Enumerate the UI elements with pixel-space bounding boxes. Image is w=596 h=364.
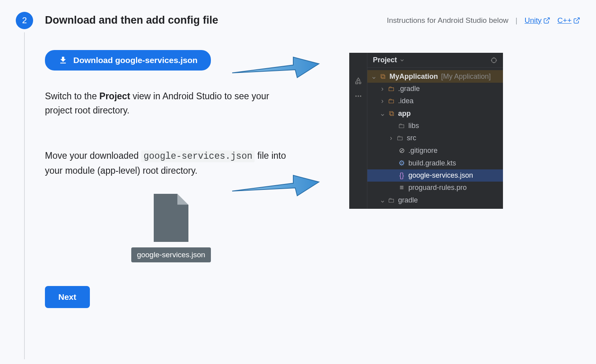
instruction-para-2: Move your downloaded google-services.jso… [45,149,297,178]
download-button-label: Download google-services.json [73,56,197,65]
external-link-icon [573,17,580,24]
unity-link[interactable]: Unity [525,16,550,25]
step-title: Download and then add config file [45,14,218,26]
svg-point-3 [360,95,361,97]
more-icon [354,92,362,100]
tree-row-gradle-folder[interactable]: ⌄ 🗀 gradle [367,194,503,206]
module-folder-icon: ⧉ [388,110,395,118]
step-connector-line [24,32,25,359]
download-icon [58,56,68,65]
tree-row-src[interactable]: › 🗀 src [367,132,503,144]
svg-point-4 [492,58,496,63]
tree-row-gitignore[interactable]: ⊘ .gitignore [367,144,503,157]
tree-row-root[interactable]: ⌄ ⧉ MyApplication [My Application] [367,70,503,83]
divider: | [516,16,518,25]
tree-row-libs[interactable]: 🗀 libs [367,120,503,132]
shapes-icon [354,77,362,85]
download-button[interactable]: Download google-services.json [45,50,211,71]
folder-icon: 🗀 [388,196,395,204]
chevron-right-icon: › [380,85,385,93]
file-label: google-services.json [131,247,210,262]
svg-point-0 [359,82,361,84]
config-filename-code: google-services.json [141,150,255,162]
external-link-icon [543,17,550,24]
folder-icon: 🗀 [397,134,404,142]
chevron-down-icon: ⌄ [380,196,385,204]
tree-row-google-services[interactable]: {} google-services.json [367,169,503,182]
step-number-badge: 2 [16,12,33,29]
svg-point-2 [358,95,359,97]
tree-row-build-gradle[interactable]: ⚙ build.gradle.kts [367,157,503,169]
ide-project-panel: Project ⌄ ⧉ MyApplication [349,53,503,209]
cpp-link[interactable]: C++ [557,16,580,25]
tree-row-proguard[interactable]: ≡ proguard-rules.pro [367,182,503,194]
svg-point-1 [355,95,356,97]
module-folder-icon: ⧉ [379,72,386,81]
text-file-icon: ≡ [398,184,405,192]
ignore-file-icon: ⊘ [398,146,405,155]
tree-row-app[interactable]: ⌄ ⧉ app [367,107,503,120]
chevron-down-icon [399,58,405,63]
chevron-right-icon: › [389,134,393,142]
tree-row-idea[interactable]: › 🗀 .idea [367,95,503,107]
chevron-down-icon: ⌄ [380,109,385,118]
chevron-right-icon: › [380,97,385,105]
cpp-link-label: C++ [557,16,572,25]
json-file-icon: {} [398,171,405,180]
unity-link-label: Unity [525,16,542,25]
gradle-file-icon: ⚙ [398,159,405,167]
file-illustration: google-services.json [131,194,210,262]
folder-icon: 🗀 [388,97,395,105]
file-icon [154,194,188,242]
ide-pane-title[interactable]: Project [373,56,405,64]
folder-icon: 🗀 [388,85,395,93]
project-tree: ⌄ ⧉ MyApplication [My Application] › 🗀 .… [367,68,503,209]
chevron-down-icon: ⌄ [371,72,376,81]
tree-row-gradle[interactable]: › 🗀 .gradle [367,83,503,95]
folder-icon: 🗀 [398,122,405,130]
instruction-para-1: Switch to the Project view in Android St… [45,89,297,117]
instructions-label: Instructions for Android Studio below [387,16,508,25]
next-button[interactable]: Next [45,286,90,308]
target-icon[interactable] [490,57,497,64]
